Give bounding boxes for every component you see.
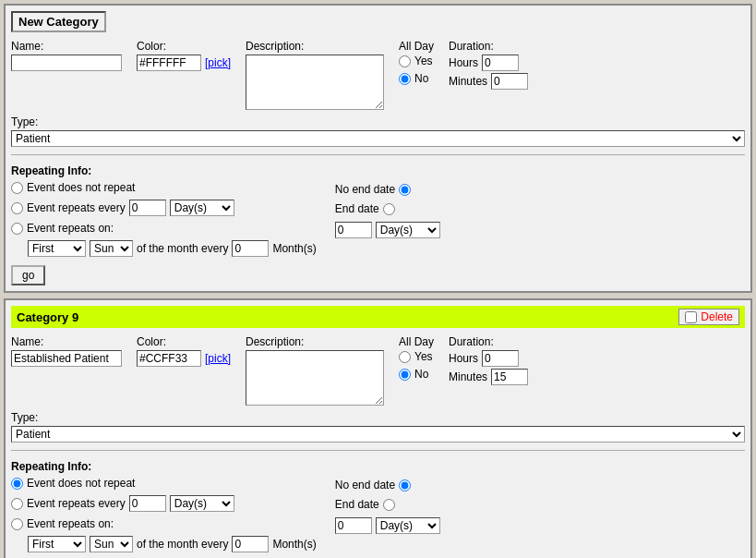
cat9-hours-label: Hours bbox=[449, 352, 478, 365]
minutes-input[interactable] bbox=[491, 73, 528, 90]
every-repeat-row: Event repeats every Day(s) Week(s) Month… bbox=[11, 200, 317, 216]
end-num-input[interactable] bbox=[335, 222, 372, 238]
cat9-every-num-input[interactable] bbox=[129, 495, 166, 512]
end-date-radio[interactable] bbox=[383, 203, 395, 215]
name-input[interactable] bbox=[11, 55, 122, 71]
cat9-pick-link[interactable]: [pick] bbox=[205, 352, 231, 365]
on-repeat-detail: First Second Third Fourth Last Sun Mon T… bbox=[11, 240, 317, 257]
cat9-day-select[interactable]: Sun Mon Tue Wed Thu Fri Sat bbox=[90, 536, 133, 552]
new-category-title: New Category bbox=[11, 11, 106, 32]
type-label: Type: bbox=[11, 115, 745, 128]
cat9-no-end-radio[interactable] bbox=[399, 479, 411, 491]
first-select[interactable]: First Second Third Fourth Last bbox=[28, 240, 86, 257]
of-month-label: of the month every bbox=[137, 242, 228, 255]
delete-button[interactable]: Delete bbox=[678, 309, 739, 325]
cat9-month-unit-label: Month(s) bbox=[272, 538, 316, 551]
end-unit-select[interactable]: Day(s) Week(s) Month(s) bbox=[376, 222, 440, 238]
cat9-minutes-input[interactable] bbox=[491, 369, 528, 385]
cat9-allday-yes-radio[interactable] bbox=[399, 351, 411, 363]
category9-panel: Category 9 Delete Name: Color: [pick] De… bbox=[4, 298, 752, 558]
cat9-on-repeat-radio[interactable] bbox=[11, 518, 23, 530]
no-end-label: No end date bbox=[335, 183, 395, 196]
day-select[interactable]: Sun Mon Tue Wed Thu Fri Sat bbox=[90, 240, 133, 257]
cat9-name-label: Name: bbox=[11, 335, 122, 348]
cat9-allday-col: All Day Yes No bbox=[399, 335, 434, 385]
on-repeat-row: Event repeats on: bbox=[11, 222, 317, 235]
cat9-end-unit-select[interactable]: Day(s) Week(s) Month(s) bbox=[376, 517, 440, 534]
cat9-desc-input[interactable] bbox=[246, 350, 384, 406]
cat9-end-date-row: End date bbox=[335, 498, 440, 511]
no-end-radio[interactable] bbox=[399, 184, 411, 196]
cat9-allday-no-label: No bbox=[414, 368, 428, 381]
allday-no-radio[interactable] bbox=[399, 73, 411, 85]
repeating-title: Repeating Info: bbox=[11, 164, 745, 177]
no-repeat-radio[interactable] bbox=[11, 182, 23, 194]
cat9-duration-col: Duration: Hours Minutes bbox=[449, 335, 528, 385]
cat9-every-repeat-radio[interactable] bbox=[11, 498, 23, 510]
cat9-desc-group: Description: bbox=[246, 335, 384, 406]
cat9-type-select[interactable]: Patient Resource Block bbox=[11, 426, 745, 443]
repeating-section: Repeating Info: Event does not repeat Ev… bbox=[11, 154, 745, 260]
cat9-allday-label: All Day bbox=[399, 335, 434, 348]
color-input[interactable] bbox=[137, 55, 201, 71]
cat9-allday-yes-row: Yes bbox=[399, 350, 434, 363]
type-group: Type: Patient Resource Block bbox=[11, 115, 745, 147]
every-repeat-radio[interactable] bbox=[11, 202, 23, 214]
cat9-end-date-detail: Day(s) Week(s) Month(s) bbox=[335, 517, 440, 534]
cat9-type-label: Type: bbox=[11, 411, 745, 424]
allday-label: All Day bbox=[399, 40, 434, 53]
go-button[interactable]: go bbox=[11, 265, 45, 285]
cat9-on-label: Event repeats on: bbox=[27, 517, 114, 530]
no-repeat-label: Event does not repeat bbox=[27, 181, 135, 194]
cat9-no-repeat-label: Event does not repeat bbox=[27, 477, 135, 490]
delete-checkbox[interactable] bbox=[685, 311, 697, 323]
cat9-no-repeat-radio[interactable] bbox=[11, 478, 23, 490]
no-repeat-row: Event does not repeat bbox=[11, 181, 317, 194]
cat9-every-unit-select[interactable]: Day(s) Week(s) Month(s) bbox=[170, 495, 234, 512]
allday-yes-radio[interactable] bbox=[399, 55, 411, 67]
cat9-repeating-title: Repeating Info: bbox=[11, 460, 745, 473]
cat9-of-month-label: of the month every bbox=[137, 538, 228, 551]
cat9-allday-no-radio[interactable] bbox=[399, 369, 411, 381]
cat9-no-end-label: No end date bbox=[335, 479, 395, 491]
cat9-end-date-label: End date bbox=[335, 498, 379, 511]
cat9-name-group: Name: bbox=[11, 335, 122, 367]
cat9-name-input[interactable] bbox=[11, 350, 122, 367]
cat9-minutes-label: Minutes bbox=[449, 370, 487, 383]
desc-label: Description: bbox=[246, 40, 384, 53]
color-label: Color: bbox=[137, 40, 231, 53]
cat9-month-num-input[interactable] bbox=[232, 536, 269, 552]
pick-link[interactable]: [pick] bbox=[205, 56, 231, 69]
desc-input[interactable] bbox=[246, 55, 384, 110]
cat9-hours-input[interactable] bbox=[482, 350, 519, 367]
cat9-no-end-row: No end date bbox=[335, 479, 440, 491]
on-repeat-radio[interactable] bbox=[11, 223, 23, 235]
cat9-first-select[interactable]: First Second Third Fourth Last bbox=[28, 536, 86, 552]
cat9-allday-yes-label: Yes bbox=[414, 350, 433, 363]
hours-label: Hours bbox=[449, 56, 478, 69]
cat9-end-date-radio[interactable] bbox=[383, 499, 395, 511]
month-num-input[interactable] bbox=[232, 240, 269, 257]
name-label: Name: bbox=[11, 40, 122, 53]
on-label: Event repeats on: bbox=[27, 222, 114, 235]
allday-no-label: No bbox=[414, 72, 428, 85]
type-select[interactable]: Patient Resource Block bbox=[11, 130, 745, 147]
allday-duration-section: All Day Yes No Duration: Hours Minutes bbox=[399, 40, 528, 90]
every-unit-select[interactable]: Day(s) Week(s) Month(s) bbox=[170, 200, 234, 216]
no-end-row: No end date bbox=[335, 183, 440, 196]
cat9-duration-label: Duration: bbox=[449, 335, 528, 348]
cat9-every-repeat-row: Event repeats every Day(s) Week(s) Month… bbox=[11, 495, 317, 512]
duration-label: Duration: bbox=[449, 40, 528, 53]
cat9-color-input[interactable] bbox=[137, 350, 201, 367]
name-group: Name: bbox=[11, 40, 122, 71]
month-unit-label: Month(s) bbox=[272, 242, 316, 255]
cat9-repeat-right: No end date End date Day(s) Week(s) Mont… bbox=[335, 477, 440, 537]
cat9-on-repeat-row: Event repeats on: bbox=[11, 517, 317, 530]
cat9-repeat-left: Event does not repeat Event repeats ever… bbox=[11, 477, 317, 555]
every-num-input[interactable] bbox=[129, 200, 166, 216]
delete-label: Delete bbox=[701, 310, 733, 323]
minutes-label: Minutes bbox=[449, 75, 487, 88]
hours-input[interactable] bbox=[482, 55, 519, 71]
new-category-panel: New Category Name: Color: [pick] Descrip… bbox=[4, 4, 752, 293]
cat9-end-num-input[interactable] bbox=[335, 517, 372, 534]
